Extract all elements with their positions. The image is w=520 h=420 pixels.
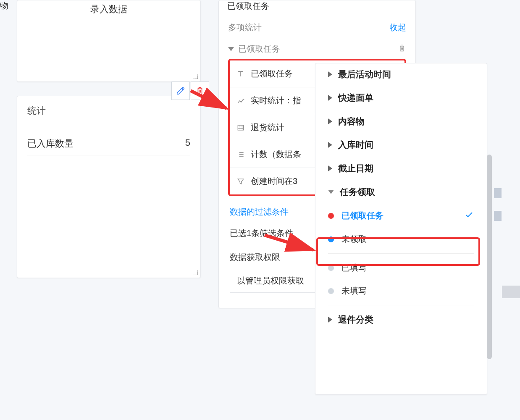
bg-block <box>502 286 520 298</box>
config-item-label: 已领取任务 <box>251 68 293 79</box>
group-deadline[interactable]: 截止日期 <box>315 157 487 180</box>
peek-text: 物 <box>0 1 8 10</box>
stat-value: 5 <box>185 137 190 150</box>
status-dot-icon <box>328 288 334 294</box>
card-stats-title: 统计 <box>27 105 190 117</box>
separator <box>328 305 474 305</box>
option-unfilled[interactable]: 未填写 <box>315 279 487 302</box>
collapse-link[interactable]: 收起 <box>389 22 406 33</box>
group-task-claim[interactable]: 任务领取 <box>315 180 487 204</box>
option-claimed[interactable]: 已领取任务 <box>315 204 487 228</box>
thumbnail-icon <box>494 188 502 198</box>
stat-label: 已入库数量 <box>27 137 74 150</box>
check-icon <box>464 210 474 222</box>
group-label: 快递面单 <box>338 92 373 104</box>
chevron-right-icon <box>328 317 332 323</box>
config-item-label: 创建时间在3 <box>251 176 297 187</box>
delete-button[interactable] <box>191 81 209 100</box>
option-label: 未填写 <box>341 285 367 297</box>
group-contents[interactable]: 内容物 <box>315 110 487 133</box>
option-label: 已领取任务 <box>341 210 383 221</box>
status-dot-icon <box>328 213 334 219</box>
config-item-label: 计数（数据条 <box>251 149 301 160</box>
card-stats: 统计 已入库数量 5 <box>17 96 201 278</box>
stat-row: 已入库数量 5 <box>27 132 190 155</box>
config-item-label: 实时统计：指 <box>251 95 301 106</box>
resize-handle-icon[interactable] <box>193 74 198 79</box>
trash-icon[interactable] <box>398 44 406 54</box>
group-label: 最后活动时间 <box>338 68 391 80</box>
config-item-label: 退货统计 <box>251 122 284 133</box>
separator <box>328 253 474 254</box>
status-dot-icon <box>328 236 334 242</box>
group-inbound-time[interactable]: 入库时间 <box>315 133 487 157</box>
group-row[interactable]: 已领取任务 <box>219 39 415 59</box>
option-label: 未领取 <box>341 234 367 245</box>
thumbnail-icon <box>494 211 502 221</box>
group-return-category[interactable]: 退件分类 <box>315 308 487 331</box>
option-label: 已填写 <box>341 262 367 273</box>
card-input-title: 录入数据 <box>17 0 200 16</box>
table-icon <box>236 123 246 133</box>
svg-rect-0 <box>238 125 243 130</box>
filter-icon <box>236 176 246 186</box>
resize-handle-icon[interactable] <box>193 270 198 275</box>
chevron-right-icon <box>328 71 332 77</box>
edit-trash-toolbar <box>171 81 209 100</box>
pencil-icon <box>176 86 185 95</box>
group-last-activity[interactable]: 最后活动时间 <box>315 66 487 86</box>
text-icon <box>236 69 246 79</box>
chart-icon <box>236 96 246 106</box>
group-label: 入库时间 <box>338 139 373 151</box>
chevron-right-icon <box>328 142 332 148</box>
group-label: 任务领取 <box>340 186 375 198</box>
group-label: 截止日期 <box>338 163 373 174</box>
chevron-right-icon <box>328 118 332 124</box>
group-label: 内容物 <box>338 116 365 127</box>
card-input-data: 录入数据 <box>17 0 201 82</box>
field-dropdown-panel: 最后活动时间 快递面单 内容物 入库时间 截止日期 任务领取 已领取任务 未领取… <box>315 63 487 395</box>
group-name: 已领取任务 <box>238 43 280 55</box>
chevron-right-icon <box>328 95 332 101</box>
scrollbar[interactable] <box>487 155 492 359</box>
group-label: 退件分类 <box>338 314 373 326</box>
option-unclaimed[interactable]: 未领取 <box>315 228 487 251</box>
status-dot-icon <box>328 265 334 271</box>
trash-icon <box>195 86 205 95</box>
middle-title: 已领取任务 <box>227 0 407 12</box>
chevron-down-icon <box>228 47 234 51</box>
edit-button[interactable] <box>171 81 190 100</box>
chevron-down-icon <box>328 190 334 194</box>
chevron-right-icon <box>328 165 332 171</box>
list-icon <box>236 150 246 160</box>
multi-stat-label: 多项统计 <box>228 22 262 33</box>
option-filled[interactable]: 已填写 <box>315 256 487 279</box>
group-express-sheet[interactable]: 快递面单 <box>315 86 487 110</box>
